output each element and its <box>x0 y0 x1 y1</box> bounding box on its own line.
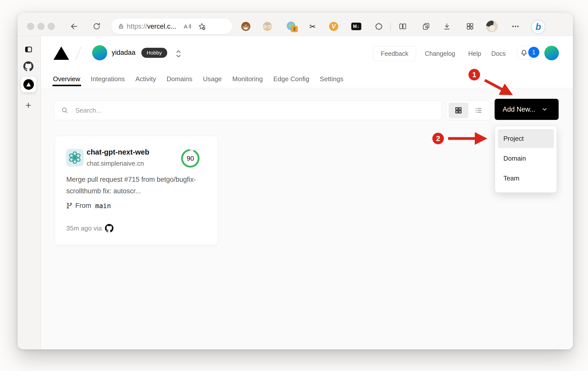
side-rail-add-button[interactable] <box>21 98 35 112</box>
sidebar-panel-icon <box>24 45 33 54</box>
git-branch-icon <box>66 202 73 209</box>
list-view-button[interactable] <box>470 103 487 118</box>
screenshot-stage: https://vercel.c... A 2 ✂ V M↓ <box>0 0 588 371</box>
add-favorite-icon[interactable] <box>198 22 206 30</box>
commit-message[interactable]: Merge pull request #715 from betgo/bugfi… <box>66 174 212 197</box>
extension-monkey[interactable] <box>239 19 253 33</box>
url-bar[interactable]: https://vercel.c... A <box>111 19 232 34</box>
chevron-down-icon <box>541 106 548 113</box>
side-rail-vercel-active[interactable] <box>21 77 36 92</box>
traffic-light-close[interactable] <box>27 23 34 30</box>
extension-v[interactable]: V <box>327 19 341 33</box>
project-domain[interactable]: chat.simplenaive.cn <box>87 160 144 167</box>
search-input[interactable] <box>54 101 442 120</box>
nav-docs[interactable]: Docs <box>491 46 506 61</box>
tab-activity[interactable]: Activity <box>135 75 156 83</box>
add-new-dropdown: Project Domain Team <box>495 126 557 193</box>
github-source-icon[interactable] <box>105 224 113 233</box>
refresh-icon <box>92 22 101 31</box>
team-switcher-chevrons-icon[interactable] <box>175 49 182 58</box>
notification-count-badge: 1 <box>528 47 539 58</box>
add-new-button[interactable]: Add New... <box>495 99 559 120</box>
read-aloud-icon[interactable]: A <box>183 23 192 30</box>
vercel-triangle-icon <box>26 82 31 87</box>
settings-more-button[interactable] <box>508 19 522 33</box>
nav-changelog[interactable]: Changelog <box>425 46 455 61</box>
side-rail-github[interactable] <box>21 59 35 73</box>
project-card[interactable]: chat-gpt-next-web chat.simplenaive.cn 90… <box>55 136 218 245</box>
extension-avatar-glasses[interactable] <box>260 19 274 33</box>
tab-settings[interactable]: Settings <box>320 75 343 83</box>
grid-view-button[interactable] <box>449 103 468 118</box>
vercel-dashboard-page: yidadaa Hobby Feedback Changelog Help Do… <box>41 36 573 349</box>
traffic-light-zoom[interactable] <box>48 23 55 30</box>
circle-dot-icon: 2 <box>287 22 296 31</box>
tab-overview[interactable]: Overview <box>53 75 80 83</box>
project-name[interactable]: chat-gpt-next-web <box>87 148 149 156</box>
github-icon <box>23 61 33 71</box>
tab-edge-config[interactable]: Edge Config <box>273 75 309 83</box>
extension-badge: 2 <box>291 26 298 32</box>
bing-chat-button[interactable]: b <box>531 19 546 35</box>
branch-row: From main <box>66 202 111 210</box>
annotation-circle-1 <box>468 69 480 80</box>
tab-domains[interactable]: Domains <box>167 75 193 83</box>
apps-grid-icon <box>466 22 474 31</box>
svg-text:A: A <box>184 24 188 30</box>
split-screen-button[interactable] <box>396 19 410 33</box>
downloads-button[interactable] <box>440 19 454 33</box>
menu-item-team[interactable]: Team <box>498 169 554 188</box>
url-text: https://vercel.c... <box>127 23 176 30</box>
extensions-menu-button[interactable] <box>372 19 386 33</box>
vercel-favicon <box>23 79 34 90</box>
apps-button[interactable] <box>463 19 477 33</box>
branch-label: From <box>75 202 91 210</box>
branch-name[interactable]: main <box>95 202 111 210</box>
search-icon <box>61 107 69 114</box>
vercel-logo[interactable] <box>53 47 69 60</box>
v-extension-icon: V <box>329 22 338 31</box>
browser-side-rail <box>18 36 41 349</box>
annotation-step-1: 1 <box>472 70 477 79</box>
extension-scissors[interactable]: ✂ <box>306 19 320 33</box>
split-screen-icon <box>398 22 407 31</box>
deploy-meta: 35m ago via <box>66 224 102 232</box>
bing-icon: b <box>531 20 546 34</box>
collections-button[interactable] <box>419 19 433 33</box>
monkey-icon <box>241 22 250 31</box>
add-new-label: Add New... <box>503 106 536 113</box>
feedback-button[interactable]: Feedback <box>373 46 416 61</box>
traffic-light-minimize[interactable] <box>37 23 44 30</box>
tab-integrations[interactable]: Integrations <box>91 75 125 83</box>
browser-profile-button[interactable] <box>485 19 499 33</box>
extension-markdown[interactable]: M↓ <box>349 19 363 33</box>
list-view-icon <box>475 107 483 114</box>
menu-item-project[interactable]: Project <box>498 129 554 148</box>
toggle-sidebar-button[interactable] <box>21 42 35 56</box>
extension-proxy[interactable]: 2 <box>284 19 299 33</box>
ellipsis-icon <box>511 22 520 31</box>
user-avatar[interactable] <box>544 46 559 60</box>
tab-monitoring[interactable]: Monitoring <box>232 75 263 83</box>
search-bar <box>54 101 442 120</box>
plan-badge: Hobby <box>141 48 167 58</box>
openai-logo-icon <box>69 152 81 164</box>
menu-item-domain[interactable]: Domain <box>498 149 554 168</box>
markdown-download-icon: M↓ <box>351 23 361 30</box>
tab-usage[interactable]: Usage <box>203 75 222 83</box>
side-rail-divider <box>21 94 37 95</box>
puzzle-icon <box>375 22 383 31</box>
tabs-bottom-border <box>41 88 573 88</box>
score-value: 90 <box>181 149 200 168</box>
team-name[interactable]: yidadaa <box>112 49 136 57</box>
browser-window: https://vercel.c... A 2 ✂ V M↓ <box>18 13 573 349</box>
download-icon <box>443 22 451 31</box>
score-gauge[interactable]: 90 <box>181 149 200 168</box>
back-button[interactable] <box>67 19 81 33</box>
elder-face-icon <box>263 22 272 31</box>
grid-view-icon <box>455 107 462 114</box>
team-avatar[interactable] <box>92 45 107 60</box>
refresh-button[interactable] <box>90 19 104 33</box>
scissors-icon: ✂ <box>309 22 316 31</box>
nav-help[interactable]: Help <box>468 46 481 61</box>
